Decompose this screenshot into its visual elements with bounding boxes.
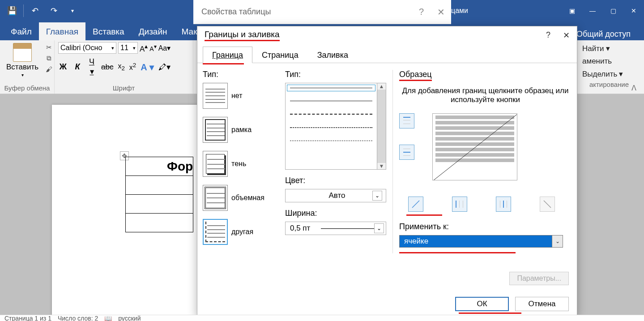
ribbon-display-icon[interactable]: ▣ (562, 0, 582, 21)
maximize-icon[interactable]: ▢ (603, 0, 623, 21)
font-name-combo[interactable]: Calibri (Осно▾ (58, 42, 116, 54)
svg-line-14 (544, 201, 551, 208)
setting-column: Тип: нет рамка тень объемная другая (203, 70, 279, 253)
ok-button[interactable]: ОК (455, 297, 509, 311)
page-count[interactable]: Страница 1 из 1 (4, 315, 51, 321)
help-icon[interactable]: ? (419, 7, 424, 17)
style-scrollbar[interactable]: ▲▼ (377, 83, 386, 169)
copy-icon[interactable]: ⧉ (44, 54, 54, 63)
tab-home[interactable]: Главная (39, 22, 85, 40)
subscript-button[interactable]: x2 (118, 62, 124, 72)
table-cell[interactable] (126, 195, 193, 214)
group-clipboard: Вставить ▾ ✂ ⧉ 🖌 Буфер обмена (0, 40, 55, 94)
superscript-button[interactable]: x2 (129, 62, 136, 72)
setting-none[interactable]: нет (203, 83, 279, 109)
border-middle-h-button[interactable] (399, 145, 414, 160)
svg-rect-3 (403, 149, 410, 149)
close-icon[interactable]: ✕ (623, 0, 644, 21)
tab-insert[interactable]: Вставка (85, 22, 132, 40)
language[interactable]: русский (118, 315, 141, 321)
shrink-font-icon[interactable]: A▾ (149, 43, 156, 52)
border-top-button[interactable] (399, 113, 414, 128)
proofing-icon[interactable]: 📖 (104, 315, 112, 321)
style-column: Тип: ▲▼ Цвет: Авто⌄ Ширина: 0,5 пт —————… (285, 70, 386, 253)
find-button[interactable]: Найти ▾ (582, 42, 636, 55)
setting-box[interactable]: рамка (203, 117, 279, 143)
setting-3d[interactable]: объемная (203, 185, 279, 211)
border-diag-up-button[interactable] (408, 197, 423, 212)
apply-to-label: Применить к: (399, 222, 571, 231)
replace-button[interactable]: аменить (582, 55, 636, 68)
table-cell[interactable] (126, 176, 193, 195)
preview-label: Образец (399, 70, 571, 81)
table-cell[interactable]: Фор (126, 157, 193, 176)
dialog-table-properties: Свойства таблицы ? ✕ (193, 0, 451, 24)
setting-shadow[interactable]: тень (203, 151, 279, 177)
tab-design[interactable]: Дизайн (132, 22, 175, 40)
document-table[interactable]: Фор (125, 157, 193, 232)
setting-custom[interactable]: другая (203, 219, 279, 245)
quick-access-toolbar: 💾 ↶ ↷ ▾ (0, 3, 80, 18)
paste-button[interactable]: Вставить ▾ (4, 42, 41, 78)
dialog-tabs: Граница Страница Заливка (197, 46, 577, 63)
line-style-list[interactable]: ▲▼ (285, 83, 386, 170)
clipboard-icon (13, 43, 32, 62)
type-label: Тип: (203, 70, 279, 79)
window-controls: ▣ — ▢ ✕ (562, 0, 644, 21)
redo-icon[interactable]: ↷ (46, 3, 61, 18)
italic-button[interactable]: К (73, 62, 82, 72)
border-diag-down-button[interactable] (540, 197, 555, 212)
dialog-titlebar: Границы и заливка ? ✕ (197, 26, 577, 44)
undo-icon[interactable]: ↶ (27, 3, 43, 18)
grow-font-icon[interactable]: A▴ (140, 43, 148, 54)
cancel-button[interactable]: Отмена (515, 297, 569, 311)
svg-rect-13 (507, 201, 507, 208)
svg-rect-4 (403, 152, 410, 153)
tab-border[interactable]: Граница (203, 47, 252, 63)
border-middle-v-button[interactable] (496, 197, 511, 212)
svg-line-6 (433, 114, 517, 180)
underline-button[interactable]: Ч ▾ (87, 57, 97, 77)
collapse-ribbon-icon[interactable]: ᐱ (627, 82, 640, 94)
color-combo[interactable]: Авто⌄ (285, 189, 386, 202)
format-painter-icon[interactable]: 🖌 (44, 64, 54, 73)
font-size-combo[interactable]: 11▾ (118, 42, 138, 54)
tab-shading[interactable]: Заливка (308, 47, 358, 63)
svg-rect-1 (403, 120, 410, 120)
svg-rect-9 (459, 201, 460, 208)
svg-rect-5 (403, 155, 410, 156)
preview-column: Образец Для добавления границ щелкните о… (392, 70, 571, 253)
tab-page-border[interactable]: Страница (252, 47, 308, 63)
font-group-label: Шрифт (58, 84, 189, 93)
preview-help-text: Для добавления границ щелкните образец и… (399, 86, 571, 104)
save-icon[interactable]: 💾 (4, 3, 20, 18)
select-button[interactable]: Выделить ▾ (582, 68, 636, 81)
svg-rect-12 (503, 201, 504, 208)
minimize-icon[interactable]: — (582, 0, 603, 21)
cut-icon[interactable]: ✂ (44, 43, 54, 52)
text-effects-button[interactable]: A ▾ (141, 62, 154, 73)
svg-rect-11 (500, 201, 500, 208)
tab-file[interactable]: Файл (4, 22, 39, 40)
dialog-borders-shading: Границы и заливка ? ✕ Граница Страница З… (197, 26, 577, 317)
close-icon[interactable]: ✕ (563, 30, 570, 40)
close-icon[interactable]: ✕ (437, 7, 445, 17)
svg-rect-2 (403, 124, 410, 124)
bold-button[interactable]: Ж (58, 62, 68, 72)
preview-sample[interactable] (432, 113, 517, 180)
word-count[interactable]: Число слов: 2 (58, 315, 98, 321)
color-label: Цвет: (285, 176, 386, 185)
svg-rect-10 (463, 201, 463, 208)
width-combo[interactable]: 0,5 пт ———————⌄ (285, 222, 386, 235)
border-left-button[interactable] (452, 197, 467, 212)
svg-rect-0 (403, 117, 410, 118)
table-properties-title: Свойства таблицы (201, 7, 271, 17)
qat-dropdown-icon[interactable]: ▾ (65, 3, 80, 18)
change-case-icon[interactable]: Aa▾ (158, 44, 171, 52)
strikethrough-button[interactable]: abc (101, 63, 113, 72)
dialog-title: Границы и заливка (205, 30, 280, 41)
highlight-button[interactable]: 🖍▾ (158, 62, 171, 72)
help-icon[interactable]: ? (546, 30, 550, 40)
apply-to-combo[interactable]: ячейке ⌄ (399, 235, 563, 248)
table-cell[interactable] (126, 214, 193, 232)
